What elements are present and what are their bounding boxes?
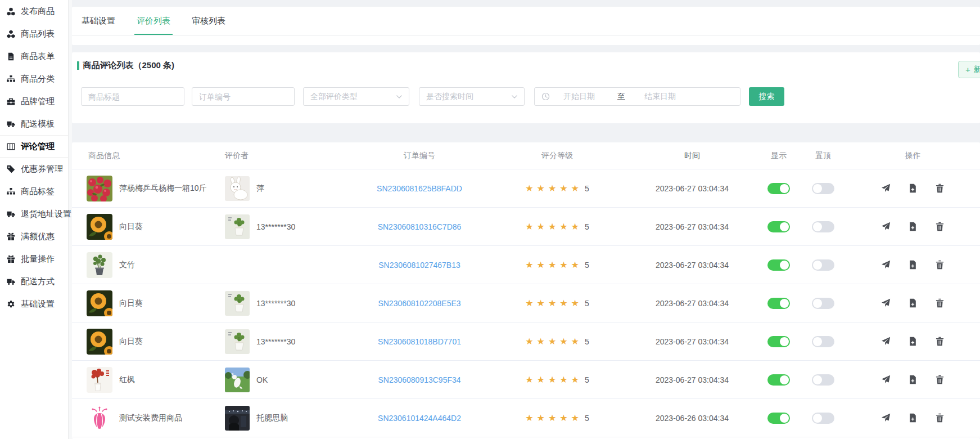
rating-value: 5 bbox=[585, 299, 589, 308]
clock-icon bbox=[541, 92, 550, 101]
visibility-toggle-on[interactable] bbox=[767, 336, 790, 347]
product-title: 测试安装费用商品 bbox=[119, 413, 182, 423]
toggle-knob bbox=[780, 222, 789, 231]
pin-top-toggle-off[interactable] bbox=[812, 259, 834, 271]
review-time: 2023-06-27 03:04:34 bbox=[627, 222, 757, 231]
rating-value: 5 bbox=[585, 222, 589, 231]
time-search-select[interactable]: 是否搜索时间 bbox=[419, 87, 525, 106]
pin-top-toggle-off[interactable] bbox=[812, 336, 834, 347]
toggle-knob bbox=[780, 184, 789, 193]
table-row: 测试安装费用商品托腮思脑SN2306101424A464D2★★★★★52023… bbox=[72, 399, 980, 437]
tag-icon bbox=[7, 164, 16, 173]
tab-2-active[interactable]: 评价列表 bbox=[137, 7, 170, 35]
send-icon[interactable] bbox=[881, 413, 891, 423]
search-button[interactable]: 搜索 bbox=[749, 87, 784, 106]
pin-top-toggle-off[interactable] bbox=[812, 298, 834, 309]
order-no-input[interactable] bbox=[192, 87, 295, 106]
sidebar-item-3[interactable]: 商品表单 bbox=[0, 45, 68, 68]
pin-top-toggle-off[interactable] bbox=[812, 374, 834, 386]
send-icon[interactable] bbox=[881, 260, 891, 270]
product-image-flower-logo bbox=[87, 405, 112, 431]
send-icon[interactable] bbox=[881, 183, 891, 194]
send-icon[interactable] bbox=[881, 375, 891, 385]
trash-icon[interactable] bbox=[935, 222, 945, 232]
file-add-icon[interactable] bbox=[908, 413, 918, 423]
review-type-select[interactable]: 全部评价类型 bbox=[303, 87, 409, 106]
pin-top-toggle-off[interactable] bbox=[812, 221, 834, 232]
reviewer-avatar-plant bbox=[225, 291, 250, 316]
add-new-label: 新增 bbox=[974, 65, 980, 75]
reviewer-name: 13*******30 bbox=[256, 222, 295, 231]
review-time: 2023-06-27 03:04:34 bbox=[627, 375, 757, 384]
sidebar-item-label: 基础设置 bbox=[21, 299, 55, 310]
chevron-down-icon bbox=[395, 93, 403, 101]
sidebar-item-5[interactable]: 品牌管理 bbox=[0, 90, 68, 113]
reviewer-name: 13*******30 bbox=[256, 337, 295, 346]
toggle-knob bbox=[813, 222, 822, 231]
file-add-icon[interactable] bbox=[908, 298, 918, 308]
chevron-down-icon bbox=[511, 93, 518, 101]
sidebar-item-10[interactable]: 退货地址设置 bbox=[0, 203, 68, 225]
file-add-icon[interactable] bbox=[908, 375, 918, 385]
file-add-icon[interactable] bbox=[908, 337, 918, 347]
sidebar-item-8[interactable]: 优惠券管理 bbox=[0, 158, 68, 180]
pin-top-toggle-off[interactable] bbox=[812, 413, 834, 424]
review-table: 商品信息评价者订单编号评分等级时间显示置顶操作 萍杨梅乒乓杨梅一箱10斤萍SN2… bbox=[72, 142, 980, 439]
visibility-toggle-on[interactable] bbox=[767, 374, 790, 386]
sidebar-item-11[interactable]: 满额优惠 bbox=[0, 225, 68, 248]
sidebar-item-7-active[interactable]: 评论管理 bbox=[0, 135, 68, 158]
send-icon[interactable] bbox=[881, 298, 891, 308]
trash-icon[interactable] bbox=[935, 183, 945, 194]
sidebar-item-4[interactable]: 商品分类 bbox=[0, 68, 68, 90]
file-add-icon[interactable] bbox=[908, 260, 918, 270]
star-rating-icons: ★★★★★ bbox=[525, 337, 582, 346]
panel-title: 商品评论列表（2500 条) bbox=[83, 60, 175, 71]
visibility-toggle-on[interactable] bbox=[767, 221, 790, 232]
order-number-link[interactable]: SN2306080913C95F34 bbox=[378, 375, 460, 384]
rating-value: 5 bbox=[585, 261, 589, 270]
product-image-sunflower bbox=[87, 214, 112, 240]
review-time: 2023-06-27 03:04:34 bbox=[627, 184, 757, 193]
sidebar-item-14[interactable]: 基础设置 bbox=[0, 293, 68, 315]
trash-icon[interactable] bbox=[935, 375, 945, 385]
table-row: 文竹SN2306081027467B13★★★★★52023-06-27 03:… bbox=[72, 246, 980, 284]
sidebar-item-9[interactable]: 商品标签 bbox=[0, 180, 68, 203]
order-number-link[interactable]: SN2306081027467B13 bbox=[378, 261, 460, 270]
add-new-button[interactable]: + 新增 bbox=[958, 61, 980, 78]
trash-icon[interactable] bbox=[935, 298, 945, 308]
order-number-link[interactable]: SN2306081018BD7701 bbox=[378, 337, 461, 346]
file-add-icon[interactable] bbox=[908, 183, 918, 194]
column-header-4: 评分等级 bbox=[487, 151, 627, 161]
tab-1[interactable]: 基础设置 bbox=[82, 7, 115, 35]
gear-icon bbox=[7, 299, 16, 308]
sidebar-item-6[interactable]: 配送模板 bbox=[0, 113, 68, 135]
sidebar-item-1[interactable]: 发布商品 bbox=[0, 0, 68, 23]
visibility-toggle-on[interactable] bbox=[767, 259, 790, 271]
briefcase-icon bbox=[7, 97, 16, 106]
product-title: 向日葵 bbox=[119, 222, 143, 232]
order-number-link[interactable]: SN2306101424A464D2 bbox=[378, 414, 461, 423]
sidebar-item-12[interactable]: 批量操作 bbox=[0, 248, 68, 270]
file-add-icon[interactable] bbox=[908, 222, 918, 232]
send-icon[interactable] bbox=[881, 222, 891, 232]
tab-3[interactable]: 审核列表 bbox=[192, 7, 225, 35]
sidebar-item-2[interactable]: 商品列表 bbox=[0, 23, 68, 45]
product-image-sunflower bbox=[87, 290, 112, 316]
product-title: 向日葵 bbox=[119, 337, 143, 347]
send-icon[interactable] bbox=[881, 337, 891, 347]
order-number-link[interactable]: SN2306081625B8FADD bbox=[377, 184, 462, 193]
trash-icon[interactable] bbox=[935, 260, 945, 270]
pin-top-toggle-off[interactable] bbox=[812, 183, 834, 194]
visibility-toggle-on[interactable] bbox=[767, 413, 790, 424]
trash-icon[interactable] bbox=[935, 337, 945, 347]
visibility-toggle-on[interactable] bbox=[767, 183, 790, 194]
trash-icon[interactable] bbox=[935, 413, 945, 423]
product-title-input[interactable] bbox=[81, 87, 184, 106]
date-range-picker[interactable]: 开始日期 至 结束日期 bbox=[534, 87, 740, 106]
order-number-link[interactable]: SN23060810316C7D86 bbox=[378, 222, 462, 231]
order-number-link[interactable]: SN230608102208E5E3 bbox=[378, 299, 460, 308]
sidebar-item-13[interactable]: 配送方式 bbox=[0, 270, 68, 293]
sidebar-item-label: 退货地址设置 bbox=[21, 209, 71, 220]
visibility-toggle-on[interactable] bbox=[767, 298, 790, 309]
date-end-placeholder: 结束日期 bbox=[644, 92, 676, 102]
